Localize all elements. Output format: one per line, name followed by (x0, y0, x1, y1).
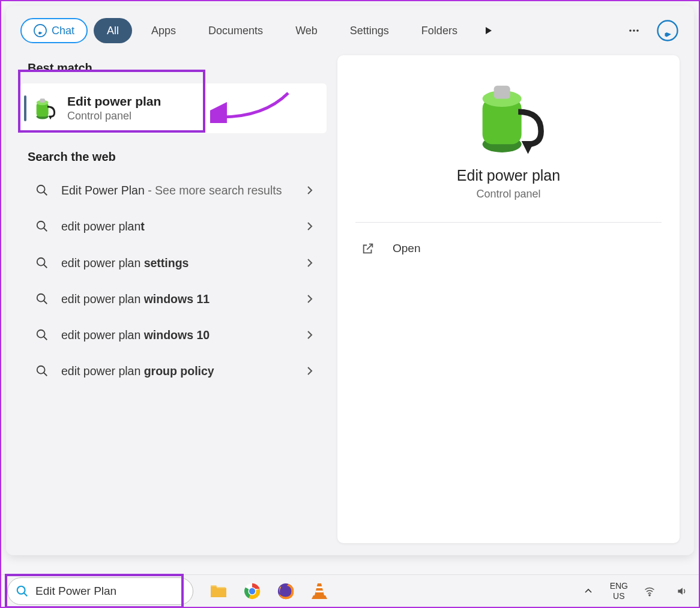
tab-folders-label: Folders (421, 25, 457, 37)
web-result-item[interactable]: edit power plant (20, 208, 327, 244)
search-tabs-row: Chat All Apps Documents Web Settings Fol… (20, 18, 680, 43)
tab-chat[interactable]: Chat (20, 18, 88, 43)
svg-point-12 (37, 294, 45, 302)
play-icon (484, 26, 493, 35)
tab-documents-label: Documents (208, 25, 263, 37)
tab-documents[interactable]: Documents (195, 18, 276, 43)
preview-pane: Edit power plan Control panel Open (337, 55, 680, 543)
chevron-right-icon[interactable] (303, 256, 317, 270)
web-results-list: Edit Power Plan - See more search result… (20, 172, 327, 390)
taskbar-app-explorer[interactable] (208, 580, 229, 602)
search-icon (35, 183, 49, 197)
search-icon (35, 256, 49, 270)
web-result-text: Edit Power Plan - See more search result… (61, 182, 291, 199)
svg-point-0 (34, 25, 46, 37)
systray-wifi[interactable] (639, 580, 660, 602)
taskbar-apps (208, 580, 330, 602)
svg-point-4 (658, 21, 678, 41)
search-icon (35, 219, 49, 233)
chevron-right-icon[interactable] (303, 292, 317, 306)
web-result-item[interactable]: edit power plan windows 11 (20, 281, 327, 317)
chevron-right-icon[interactable] (303, 219, 317, 233)
svg-point-2 (633, 29, 635, 32)
lang-line2: US (610, 591, 628, 601)
tab-all[interactable]: All (94, 18, 132, 43)
tab-web[interactable]: Web (282, 18, 331, 43)
preview-subtitle: Control panel (476, 188, 540, 200)
tab-folders[interactable]: Folders (408, 18, 471, 43)
taskbar-app-firefox[interactable] (275, 580, 297, 602)
chevron-right-icon[interactable] (303, 364, 317, 378)
svg-point-14 (37, 366, 45, 374)
preview-title: Edit power plan (457, 167, 560, 184)
best-match-title: Edit power plan (67, 94, 161, 109)
folder-icon (209, 582, 228, 601)
overflow-menu-button[interactable] (622, 19, 646, 43)
tab-all-label: All (107, 25, 119, 37)
web-result-item[interactable]: Edit Power Plan - See more search result… (20, 172, 327, 208)
lang-line1: ENG (610, 581, 628, 591)
taskbar-app-chrome[interactable] (241, 580, 263, 602)
svg-rect-8 (40, 98, 45, 103)
svg-point-11 (37, 257, 45, 265)
web-result-text: edit power plan group policy (61, 363, 291, 379)
web-result-item[interactable]: edit power plan group policy (20, 353, 327, 389)
web-result-text: edit power plan windows 10 (61, 327, 291, 343)
powerplan-icon (469, 79, 548, 157)
svg-point-10 (37, 221, 45, 229)
chevron-right-icon[interactable] (303, 183, 317, 197)
web-result-text: edit power plant (61, 218, 291, 235)
volume-icon (676, 585, 688, 597)
tab-chat-label: Chat (52, 25, 74, 37)
systray-volume[interactable] (671, 580, 693, 602)
taskbar-systray: ENG US (578, 580, 693, 602)
bing-icon (657, 20, 678, 41)
tab-apps-label: Apps (151, 25, 176, 37)
chevron-up-icon (584, 586, 593, 596)
chrome-icon (243, 582, 261, 600)
svg-point-3 (636, 29, 639, 32)
best-match-header: Best match (20, 55, 327, 83)
language-indicator[interactable]: ENG US (610, 581, 628, 600)
bing-button[interactable] (656, 19, 680, 43)
svg-point-26 (649, 594, 650, 595)
web-result-item[interactable]: edit power plan settings (20, 245, 327, 281)
taskbar-search-input[interactable] (7, 577, 193, 605)
search-icon (35, 328, 49, 342)
web-result-text: edit power plan settings (61, 254, 291, 271)
wifi-icon (644, 585, 656, 597)
content-row: Best match Edit power plan Control panel… (20, 55, 680, 543)
best-match-result[interactable]: Edit power plan Control panel (20, 83, 327, 133)
tab-settings-label: Settings (350, 25, 389, 37)
more-tabs-button[interactable] (477, 19, 501, 43)
tab-apps[interactable]: Apps (138, 18, 189, 43)
best-match-subtitle: Control panel (67, 110, 161, 122)
taskbar: ENG US (1, 574, 699, 607)
search-icon (16, 585, 29, 598)
svg-point-1 (629, 29, 632, 32)
web-result-item[interactable]: edit power plan windows 10 (20, 317, 327, 353)
search-icon (35, 292, 49, 306)
taskbar-app-vlc[interactable] (309, 580, 330, 602)
tab-settings[interactable]: Settings (337, 18, 402, 43)
svg-point-19 (17, 586, 25, 594)
search-results-panel: Chat All Apps Documents Web Settings Fol… (6, 6, 694, 555)
powerplan-icon (32, 97, 56, 121)
open-action[interactable]: Open (355, 237, 662, 260)
svg-rect-25 (316, 591, 324, 592)
firefox-icon (277, 582, 295, 600)
svg-rect-18 (494, 86, 510, 99)
svg-point-9 (37, 185, 45, 193)
open-action-label: Open (393, 242, 420, 255)
open-icon (360, 241, 376, 256)
results-column: Best match Edit power plan Control panel… (20, 55, 327, 543)
bing-icon (34, 24, 47, 37)
vlc-icon (311, 582, 328, 600)
search-web-header: Search the web (20, 144, 327, 172)
web-result-text: edit power plan windows 11 (61, 290, 291, 307)
svg-point-13 (37, 330, 45, 338)
chevron-right-icon[interactable] (303, 328, 317, 342)
search-icon (35, 364, 49, 378)
preview-icon-container (469, 79, 548, 157)
systray-chevron[interactable] (578, 580, 599, 602)
